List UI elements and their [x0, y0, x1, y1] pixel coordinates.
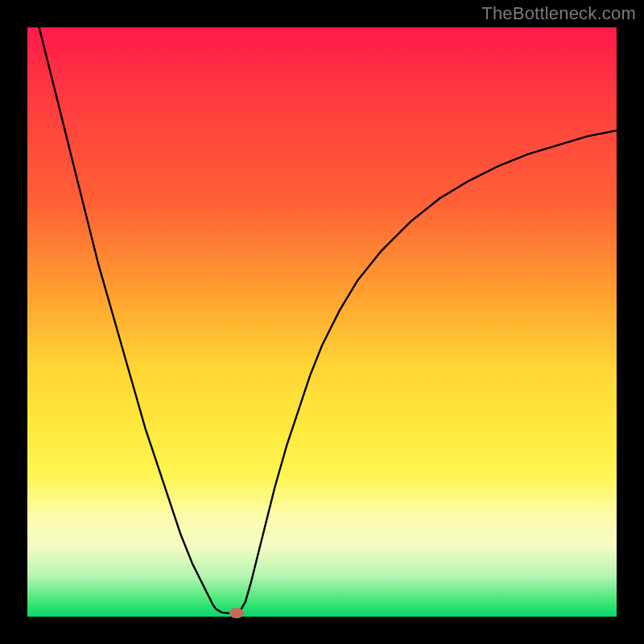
watermark-text: TheBottleneck.com	[481, 3, 636, 24]
minimum-marker	[229, 608, 244, 618]
curve-path	[27, 0, 617, 613]
plot-area	[27, 27, 617, 617]
bottleneck-curve	[27, 27, 617, 617]
chart-frame: TheBottleneck.com	[0, 0, 644, 644]
